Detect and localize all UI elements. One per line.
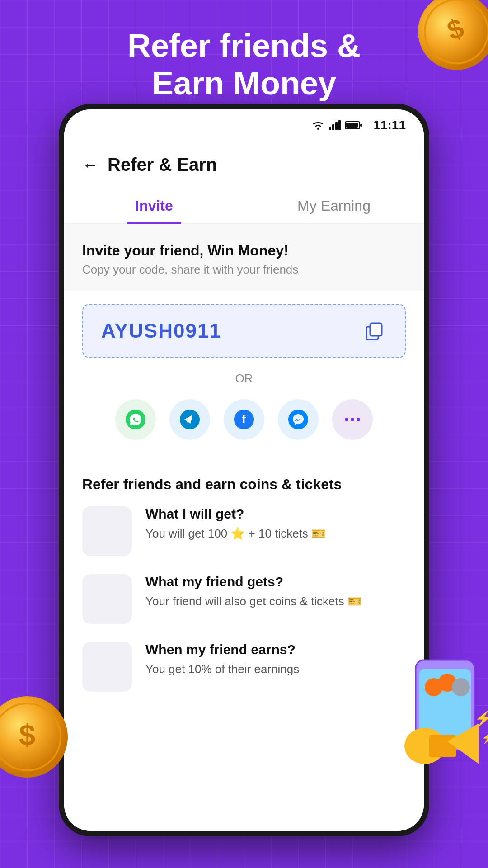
svg-rect-12 — [346, 123, 358, 128]
svg-text:⚡: ⚡ — [474, 710, 488, 727]
signal-icon — [329, 120, 341, 130]
earn-item-2-title: What my friend gets? — [145, 574, 362, 590]
invite-section: Invite your friend, Win Money! Copy your… — [64, 224, 424, 290]
tab-my-earning[interactable]: My Earning — [244, 189, 424, 223]
earn-item-1-desc: You will get 100 ⭐ + 10 tickets 🎫 — [145, 525, 326, 542]
telegram-icon — [179, 409, 200, 430]
whatsapp-icon — [125, 409, 146, 430]
coin-top-right-decoration: $ — [398, 0, 488, 86]
phone-frame: 11:11 ← Refer & Earn Invite My Earning I… — [59, 104, 429, 836]
status-time: 11:11 — [373, 118, 406, 132]
status-icons — [312, 120, 362, 130]
whatsapp-share-button[interactable] — [115, 399, 156, 440]
earn-item-3: When my friend earns? You get 10% of the… — [82, 642, 406, 692]
invite-title: Invite your friend, Win Money! — [82, 242, 406, 259]
earn-item-3-content: When my friend earns? You get 10% of the… — [145, 642, 299, 677]
messenger-share-button[interactable] — [278, 399, 319, 440]
phone-screen: 11:11 ← Refer & Earn Invite My Earning I… — [64, 109, 424, 831]
battery-icon — [345, 121, 362, 130]
page-title: Refer & Earn — [108, 155, 217, 175]
messenger-icon — [288, 409, 309, 430]
earn-section: Refer friends and earn coins & tickets W… — [64, 458, 424, 692]
svg-text:⚡: ⚡ — [481, 731, 488, 744]
svg-point-28 — [452, 678, 470, 696]
earn-item-2-content: What my friend gets? Your friend will al… — [145, 574, 362, 609]
svg-rect-10 — [338, 120, 341, 130]
earn-item-1-content: What I will get? You will get 100 ⭐ + 10… — [145, 506, 326, 542]
earn-item-1-title: What I will get? — [145, 506, 326, 522]
svg-point-22 — [351, 418, 354, 421]
referral-code-text: AYUSH0911 — [101, 320, 221, 342]
copy-icon — [364, 321, 385, 341]
earn-item-3-icon — [82, 642, 132, 692]
telegram-share-button[interactable] — [169, 399, 210, 440]
tab-bar: Invite My Earning — [64, 189, 424, 224]
wifi-icon — [312, 120, 324, 130]
earn-item-1: What I will get? You will get 100 ⭐ + 10… — [82, 506, 406, 556]
svg-rect-15 — [370, 323, 382, 336]
svg-text:f: f — [242, 412, 246, 426]
or-divider: OR — [64, 372, 424, 386]
more-share-icon — [342, 409, 363, 430]
svg-point-21 — [345, 418, 348, 421]
coin-bottom-left-decoration: $ — [0, 687, 72, 778]
earn-item-2: What my friend gets? Your friend will al… — [82, 574, 406, 624]
svg-rect-30 — [429, 735, 456, 757]
earn-item-3-title: When my friend earns? — [145, 642, 299, 657]
copy-button[interactable] — [361, 318, 387, 344]
status-bar: 11:11 — [64, 109, 424, 141]
nav-header: ← Refer & Earn — [64, 141, 424, 175]
svg-rect-9 — [335, 122, 338, 130]
back-button[interactable]: ← — [82, 156, 99, 175]
facebook-icon: f — [234, 409, 254, 430]
svg-text:$: $ — [19, 718, 35, 751]
svg-point-0 — [407, 0, 488, 81]
svg-point-6 — [317, 128, 319, 130]
earn-item-1-icon — [82, 506, 132, 556]
app-content: ← Refer & Earn Invite My Earning Invite … — [64, 141, 424, 831]
share-buttons-row: f — [64, 390, 424, 458]
earn-item-2-icon — [82, 574, 132, 624]
tab-invite[interactable]: Invite — [64, 189, 244, 223]
more-share-button[interactable] — [332, 399, 373, 440]
svg-rect-7 — [329, 127, 331, 130]
earn-section-title: Refer friends and earn coins & tickets — [82, 476, 406, 493]
svg-rect-13 — [360, 124, 362, 127]
facebook-share-button[interactable]: f — [224, 399, 264, 440]
earn-item-3-desc: You get 10% of their earnings — [145, 661, 299, 677]
svg-rect-8 — [332, 124, 334, 130]
earn-item-2-desc: Your friend will also get coins & ticket… — [145, 593, 362, 609]
svg-point-23 — [357, 418, 360, 421]
invite-subtitle: Copy your code, share it with your frien… — [82, 263, 406, 277]
megaphone-illustration: ⚡ ⚡ — [398, 651, 488, 787]
referral-code-box: AYUSH0911 — [82, 304, 406, 358]
